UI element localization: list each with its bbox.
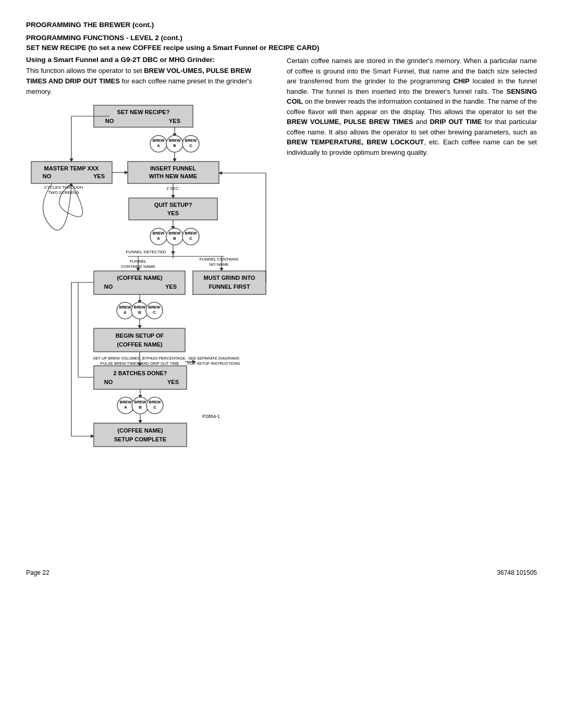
svg-text:BREW: BREW [134, 305, 146, 310]
doc-number: 36748 101505 [497, 569, 537, 576]
svg-text:NO: NO [104, 283, 113, 290]
svg-text:P2854-1: P2854-1 [202, 414, 220, 419]
svg-text:2 BATCHES DONE?: 2 BATCHES DONE? [113, 370, 167, 376]
svg-text:B: B [138, 310, 141, 315]
svg-text:(COFFEE NAME): (COFFEE NAME) [117, 341, 163, 348]
svg-text:C: C [153, 405, 156, 410]
right-column-text: Certain coffee names are stored in the g… [287, 56, 537, 553]
svg-text:YES: YES [169, 118, 180, 124]
svg-text:BREW: BREW [153, 138, 165, 143]
svg-text:FUNNEL FIRST: FUNNEL FIRST [209, 283, 250, 290]
svg-text:YES: YES [165, 283, 177, 290]
svg-text:BREW: BREW [134, 400, 147, 404]
svg-text:A: A [124, 405, 127, 410]
svg-text:C: C [189, 143, 192, 148]
svg-text:NO: NO [43, 173, 52, 179]
svg-text:BREW: BREW [169, 138, 181, 143]
svg-text:B: B [173, 236, 176, 241]
svg-rect-68 [94, 328, 185, 352]
svg-text:C: C [189, 236, 192, 241]
section-title: PROGRAMMING FUNCTIONS - LEVEL 2 (cont.) [26, 34, 537, 42]
svg-text:QUIT SETUP?: QUIT SETUP? [154, 202, 192, 208]
svg-text:BREW: BREW [169, 231, 181, 236]
svg-text:A: A [157, 143, 160, 148]
flowchart: SET NEW RECIPE? NO YES BREW A BREW B BRE… [26, 100, 266, 553]
sub-heading: Using a Smart Funnel and a G9-2T DBC or … [26, 56, 271, 64]
svg-text:MUST GRIND INTO: MUST GRIND INTO [204, 275, 255, 281]
page-footer: Page 22 36748 101505 [26, 569, 537, 576]
svg-text:C: C [153, 310, 156, 315]
svg-text:(COFFEE NAME): (COFFEE NAME) [117, 275, 163, 281]
svg-text:SEE SEPARATE DIAGRAMS: SEE SEPARATE DIAGRAMS [188, 356, 239, 361]
svg-text:INSERT FUNNEL: INSERT FUNNEL [150, 165, 196, 171]
svg-text:A: A [157, 236, 160, 241]
svg-text:BREW: BREW [120, 400, 132, 404]
svg-text:CYCLES THROUGH: CYCLES THROUGH [44, 185, 83, 190]
svg-text:BREW: BREW [185, 138, 198, 143]
svg-text:NO NAME: NO NAME [209, 262, 228, 267]
svg-text:B: B [139, 405, 142, 410]
page-number: Page 22 [26, 569, 50, 576]
svg-text:BREW: BREW [153, 231, 165, 236]
svg-text:A: A [124, 310, 127, 315]
svg-text:BREW: BREW [185, 231, 198, 236]
svg-text:BREW: BREW [119, 305, 132, 310]
svg-rect-77 [94, 366, 187, 389]
svg-text:(COFFEE NAME): (COFFEE NAME) [117, 427, 163, 434]
section-subtitle: SET NEW RECIPE (to set a new COFFEE reci… [26, 44, 537, 52]
svg-text:YES: YES [93, 173, 105, 179]
body-text: This function allows the operator to set… [26, 66, 271, 97]
svg-text:BEGIN SETUP OF: BEGIN SETUP OF [116, 332, 164, 339]
svg-text:BREW: BREW [149, 305, 161, 310]
svg-text:YES: YES [167, 210, 179, 216]
svg-text:SET NEW RECIPE?: SET NEW RECIPE? [117, 109, 170, 115]
svg-text:NO: NO [105, 118, 114, 124]
svg-text:MASTER TEMP XXX: MASTER TEMP XXX [44, 165, 100, 171]
svg-text:FUNNEL DETECTED: FUNNEL DETECTED [126, 250, 166, 254]
svg-text:WITH NEW NAME: WITH NEW NAME [149, 173, 197, 179]
svg-text:BREW: BREW [149, 400, 162, 404]
svg-text:B: B [173, 143, 176, 148]
svg-text:YES: YES [167, 379, 179, 385]
svg-rect-92 [94, 423, 187, 447]
page-header: PROGRAMMING THE BREWER (cont.) [26, 21, 537, 29]
svg-text:SETUP COMPLETE: SETUP COMPLETE [114, 436, 167, 442]
svg-text:FUNNEL CONTAINS: FUNNEL CONTAINS [200, 257, 239, 262]
svg-text:NO: NO [104, 379, 113, 385]
